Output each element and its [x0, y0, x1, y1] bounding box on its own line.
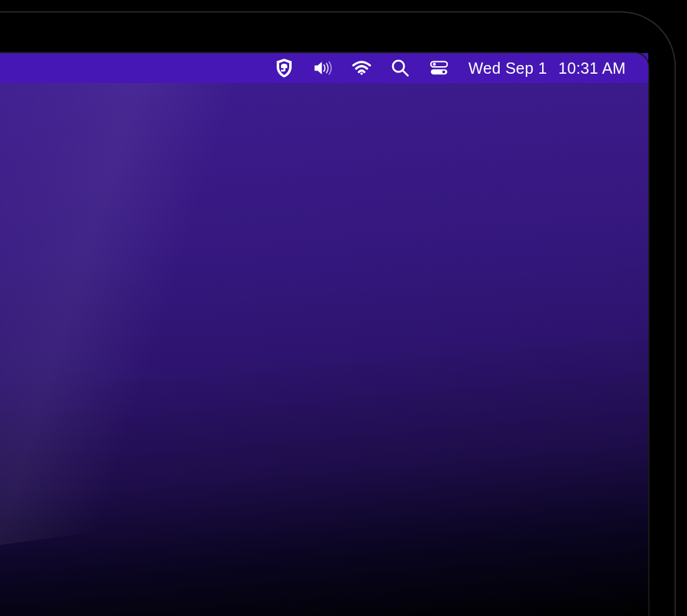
screen: Wed Sep 1 10:31 AM	[0, 53, 648, 616]
device-frame: Wed Sep 1 10:31 AM	[0, 0, 687, 616]
menubar-wifi[interactable]	[352, 59, 371, 77]
svg-point-0	[360, 72, 363, 75]
volume-icon	[314, 59, 332, 77]
desktop-wallpaper[interactable]	[0, 83, 648, 616]
menubar-app-shield[interactable]	[275, 59, 294, 77]
spotlight-search-icon	[391, 59, 410, 77]
menubar-time: 10:31 AM	[558, 59, 626, 77]
menubar-datetime[interactable]: Wed Sep 1 10:31 AM	[468, 59, 626, 77]
control-center-icon	[430, 59, 448, 77]
menubar-volume[interactable]	[314, 59, 332, 77]
svg-point-4	[433, 63, 436, 66]
menu-bar: Wed Sep 1 10:31 AM	[0, 53, 648, 83]
guardian-shield-icon	[275, 59, 294, 77]
wallpaper-sheen	[0, 83, 412, 548]
menubar-date: Wed Sep 1	[468, 59, 547, 77]
wifi-icon	[352, 59, 371, 77]
svg-point-6	[442, 71, 445, 74]
svg-line-2	[403, 71, 408, 76]
menubar-control-center[interactable]	[430, 59, 448, 77]
menubar-spotlight[interactable]	[391, 59, 410, 77]
